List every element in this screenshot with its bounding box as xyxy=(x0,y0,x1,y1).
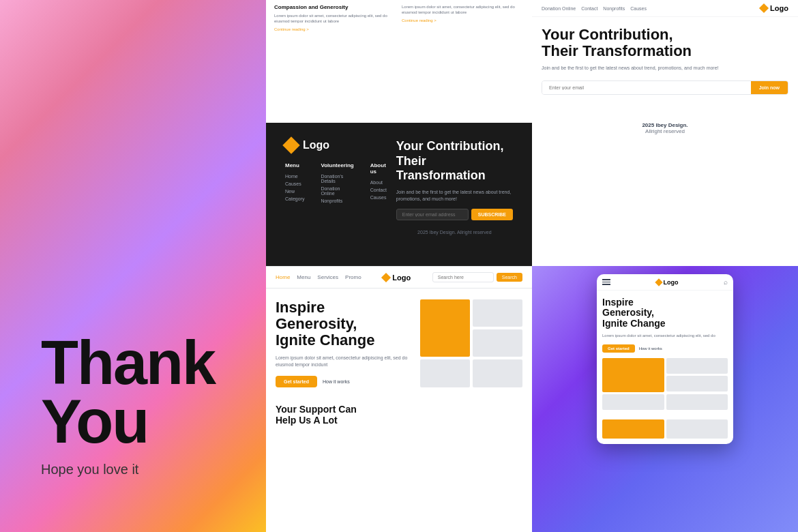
right-nav-diamond-icon xyxy=(759,3,769,13)
search-area: Search xyxy=(432,272,522,282)
thank-you-line2: You xyxy=(41,393,239,452)
footer-submit-btn[interactable]: SUBSCRIBE xyxy=(471,209,513,220)
footer-nav-about-link2[interactable]: Contact xyxy=(370,188,387,192)
thank-you-line1: Thank xyxy=(41,334,239,393)
right-panel: Donation Online Contact Nonprofits Cause… xyxy=(532,0,798,532)
right-nav-link-2[interactable]: Contact xyxy=(581,6,597,11)
right-join-btn[interactable]: Join now xyxy=(751,81,788,94)
mobile-hero-title: Inspire Generosity, Ignite Change xyxy=(602,297,728,329)
subtitle: Hope you love it xyxy=(41,462,239,477)
right-newsletter: Your Contribution, Their Transformation … xyxy=(532,17,798,144)
footer-nav-vol-link1[interactable]: Donation's Details xyxy=(321,174,353,183)
footer-logo-text: Logo xyxy=(303,139,329,151)
hero-get-started-btn[interactable]: Get started xyxy=(276,376,317,387)
right-bottom: Logo ⌕ Inspire Generosity, Ignite Change… xyxy=(532,266,798,532)
footer-nav-menu-header: Menu xyxy=(285,162,304,168)
right-contribution-title: Your Contribution, Their Transformation xyxy=(542,27,788,59)
footer-nav-about-link3[interactable]: Causes xyxy=(370,195,387,200)
footer-email-input[interactable] xyxy=(396,209,469,220)
img-block-2 xyxy=(473,299,522,327)
right-contribution-sub: Join and be the first to get the latest … xyxy=(542,65,788,72)
middle-bottom: Home Menu Services Promo Logo Search Ins… xyxy=(266,266,532,532)
mobile-search-icon[interactable]: ⌕ xyxy=(724,278,728,286)
mobile-how-works-btn[interactable]: How it works xyxy=(639,346,662,351)
right-nav-link-1[interactable]: Donation Online xyxy=(542,6,576,11)
middle-panel: Compassion and Generosity Lorem ipsum do… xyxy=(266,0,532,532)
nav-diamond-icon xyxy=(381,272,391,282)
hero-body: Lorem ipsum dolor sit amet, consectetur … xyxy=(276,355,412,369)
mobile-img-2 xyxy=(666,376,728,391)
right-top-nav: Donation Online Contact Nonprofits Cause… xyxy=(532,0,798,17)
hero-section: Inspire Generosity, Ignite Change Lorem … xyxy=(266,289,532,398)
hero-buttons: Get started How it works xyxy=(276,376,412,387)
mobile-img-3 xyxy=(602,394,664,410)
footer-copyright: 2025 Ibey Design. Allright reserved xyxy=(396,230,513,235)
mobile-bottom-img-gray xyxy=(666,419,728,439)
hero-image-grid xyxy=(420,299,522,387)
right-email-input[interactable] xyxy=(542,81,748,94)
right-nav-link-3[interactable]: Nonprofits xyxy=(603,6,625,11)
middle-top: Compassion and Generosity Lorem ipsum do… xyxy=(266,0,532,266)
footer-nav-vol-link3[interactable]: Nonprofits xyxy=(321,198,353,203)
nav-link-home[interactable]: Home xyxy=(276,274,290,280)
nav-links: Home Menu Services Promo xyxy=(276,274,361,280)
footer-mockup: Logo Menu Home Causes New Category Volun… xyxy=(266,123,532,266)
img-block-1 xyxy=(420,299,470,357)
footer-nav: Menu Home Causes New Category Volunteeri… xyxy=(285,162,383,203)
footer-nav-volunteering: Volunteering Donation's Details Donation… xyxy=(321,162,353,203)
right-nav-link-4[interactable]: Causes xyxy=(630,6,647,11)
mobile-mockup: Logo ⌕ Inspire Generosity, Ignite Change… xyxy=(597,274,733,444)
footer-email-row: SUBSCRIBE xyxy=(396,209,513,220)
search-input[interactable] xyxy=(432,272,494,282)
blog-card-1-link[interactable]: Continue reading > xyxy=(274,27,396,31)
hero-how-it-works-btn[interactable]: How it works xyxy=(323,379,350,384)
right-email-row: Join now xyxy=(542,80,788,95)
nav-logo-text: Logo xyxy=(392,274,411,282)
footer-nav-link-causes[interactable]: Causes xyxy=(285,181,304,186)
mobile-bottom-img-amber xyxy=(602,419,664,439)
img-block-3 xyxy=(473,329,522,357)
footer-nav-vol-link2[interactable]: Donation Online xyxy=(321,186,353,196)
footer-nav-link-category[interactable]: Category xyxy=(285,196,304,201)
mobile-img-4 xyxy=(666,394,728,410)
nav-logo: Logo xyxy=(383,274,411,282)
footer-nav-about-link1[interactable]: About xyxy=(370,180,387,185)
blog-cards: Compassion and Generosity Lorem ipsum do… xyxy=(274,4,524,31)
footer-nav-about: About us About Contact Causes xyxy=(370,162,387,203)
hamburger-icon[interactable] xyxy=(602,279,610,285)
footer-heading: Your Contribution, Their Transformation xyxy=(396,139,513,183)
thank-you-heading: Thank You xyxy=(41,334,239,451)
right-nav-links: Donation Online Contact Nonprofits Cause… xyxy=(542,6,647,11)
blog-card-1-body: Lorem ipsum dolor sit amet, consectetur … xyxy=(274,13,396,25)
support-title: Your Support Can Help Us A Lot xyxy=(276,404,522,427)
footer-right-col: Your Contribution, Their Transformation … xyxy=(396,139,513,250)
mobile-hero-body: Lorem ipsum dolor sit amet, consectetur … xyxy=(602,333,728,338)
mobile-hero-btns: Get started How it works xyxy=(602,344,728,353)
blog-card-1: Compassion and Generosity Lorem ipsum do… xyxy=(274,4,396,31)
hero-left: Inspire Generosity, Ignite Change Lorem … xyxy=(276,299,412,387)
blog-card-2-link[interactable]: Continue reading > xyxy=(402,18,524,23)
mobile-get-started-btn[interactable]: Get started xyxy=(602,344,635,353)
blog-card-2: Lorem ipsum dolor sit amet, consectetur … xyxy=(402,4,524,31)
mobile-img-amber-tall xyxy=(602,358,664,392)
footer-left-col: Logo Menu Home Causes New Category Volun… xyxy=(285,139,383,250)
right-nav-logo-text: Logo xyxy=(770,4,788,12)
footer-diamond-icon xyxy=(282,136,299,153)
mobile-nav: Logo ⌕ xyxy=(597,274,733,291)
search-button[interactable]: Search xyxy=(497,273,522,282)
blog-card-1-title: Compassion and Generosity xyxy=(274,4,396,10)
footer-nav-about-header: About us xyxy=(370,162,387,175)
mobile-logo: Logo xyxy=(656,279,679,286)
nav-link-services[interactable]: Services xyxy=(317,274,338,280)
footer-nav-menu: Menu Home Causes New Category xyxy=(285,162,304,203)
support-section: Your Support Can Help Us A Lot xyxy=(266,398,532,432)
nav-link-promo[interactable]: Promo xyxy=(345,274,361,280)
mobile-hero: Inspire Generosity, Ignite Change Lorem … xyxy=(597,291,733,419)
blog-card-2-body: Lorem ipsum dolor sit amet, consectetur … xyxy=(402,4,524,16)
footer-logo-row: Logo xyxy=(285,139,383,151)
footer-nav-link-home[interactable]: Home xyxy=(285,174,304,179)
footer-nav-link-new[interactable]: New xyxy=(285,189,304,194)
footer-nav-vol-header: Volunteering xyxy=(321,162,353,168)
nav-link-menu[interactable]: Menu xyxy=(297,274,310,280)
mobile-img-1 xyxy=(666,358,728,374)
